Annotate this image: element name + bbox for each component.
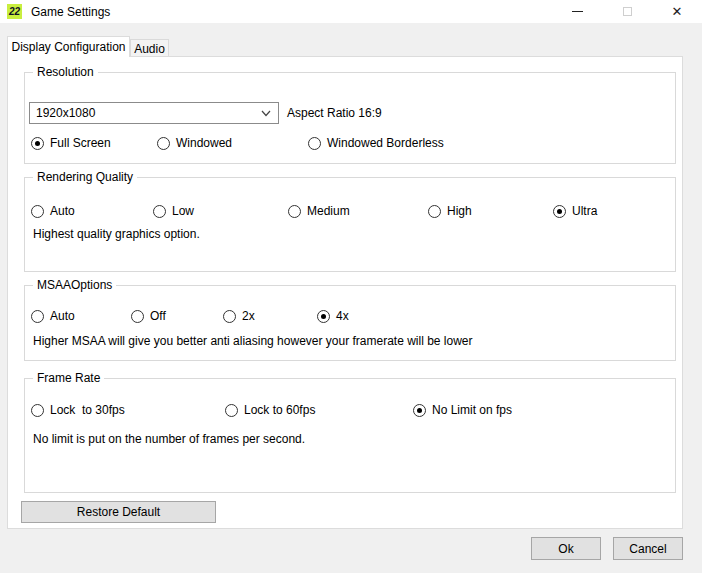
radio-windowed-borderless[interactable]: Windowed Borderless xyxy=(308,136,444,150)
radio-msaa-4x[interactable]: 4x xyxy=(317,309,349,323)
radio-icon xyxy=(131,310,144,323)
cancel-button[interactable]: Cancel xyxy=(613,537,683,560)
radio-label: Ultra xyxy=(572,204,597,218)
radio-icon xyxy=(31,205,44,218)
radio-msaa-2x[interactable]: 2x xyxy=(223,309,317,323)
resolution-dropdown[interactable]: 1920x1080 xyxy=(29,102,279,124)
close-icon: ✕ xyxy=(672,5,683,18)
radio-label: Off xyxy=(150,309,166,323)
resolution-dropdown-value: 1920x1080 xyxy=(36,106,95,120)
chevron-down-icon xyxy=(261,110,271,117)
radio-label: Auto xyxy=(50,309,75,323)
radio-icon xyxy=(553,205,566,218)
radio-msaa-off[interactable]: Off xyxy=(131,309,223,323)
radio-icon xyxy=(317,310,330,323)
rendering-quality-description: Highest quality graphics option. xyxy=(33,227,200,241)
radio-icon xyxy=(157,137,170,150)
radio-icon xyxy=(31,137,44,150)
group-title-resolution: Resolution xyxy=(33,65,98,79)
radio-no-limit-fps[interactable]: No Limit on fps xyxy=(413,403,512,417)
radio-full-screen[interactable]: Full Screen xyxy=(31,136,157,150)
radio-icon xyxy=(308,137,321,150)
radio-icon xyxy=(413,404,426,417)
game-settings-dialog: 22 Game Settings ✕ Display Configuration… xyxy=(0,0,702,573)
maximize-icon xyxy=(623,7,632,16)
maximize-button[interactable] xyxy=(602,0,652,23)
minimize-button[interactable] xyxy=(552,0,602,23)
radio-quality-high[interactable]: High xyxy=(428,204,553,218)
radio-icon xyxy=(225,404,238,417)
frame-rate-description: No limit is put on the number of frames … xyxy=(33,432,305,446)
rendering-quality-radio-row: Auto Low Medium High Ultra xyxy=(31,204,673,218)
radio-quality-auto[interactable]: Auto xyxy=(31,204,153,218)
window-title: Game Settings xyxy=(31,5,110,19)
radio-quality-low[interactable]: Low xyxy=(153,204,288,218)
radio-label: 4x xyxy=(336,309,349,323)
radio-label: No Limit on fps xyxy=(432,403,512,417)
tab-display-configuration[interactable]: Display Configuration xyxy=(7,36,130,57)
tab-audio[interactable]: Audio xyxy=(130,39,169,57)
radio-label: High xyxy=(447,204,472,218)
restore-default-button[interactable]: Restore Default xyxy=(21,501,216,523)
radio-label: Auto xyxy=(50,204,75,218)
resolution-radio-row: Full Screen Windowed Windowed Borderless xyxy=(31,136,673,150)
radio-windowed[interactable]: Windowed xyxy=(157,136,308,150)
group-frame-rate: Frame Rate Lock to 30fps Lock to 60fps N… xyxy=(24,378,676,493)
group-title-rendering-quality: Rendering Quality xyxy=(33,170,137,184)
group-title-msaa: MSAAOptions xyxy=(33,278,116,292)
close-button[interactable]: ✕ xyxy=(652,0,702,23)
tab-page-display-configuration: Resolution 1920x1080 Aspect Ratio 16:9 F… xyxy=(7,56,683,529)
group-title-frame-rate: Frame Rate xyxy=(33,371,104,385)
ok-button[interactable]: Ok xyxy=(531,537,601,560)
radio-icon xyxy=(153,205,166,218)
group-msaa-options: MSAAOptions Auto Off 2x 4x xyxy=(24,285,676,361)
radio-label: Windowed xyxy=(176,136,232,150)
radio-lock-30fps[interactable]: Lock to 30fps xyxy=(31,403,225,417)
radio-label: Full Screen xyxy=(50,136,111,150)
radio-icon xyxy=(31,310,44,323)
radio-label: Windowed Borderless xyxy=(327,136,444,150)
radio-lock-60fps[interactable]: Lock to 60fps xyxy=(225,403,413,417)
radio-label: Low xyxy=(172,204,194,218)
radio-icon xyxy=(31,404,44,417)
titlebar: 22 Game Settings ✕ xyxy=(0,0,702,23)
msaa-radio-row: Auto Off 2x 4x xyxy=(31,309,673,323)
minimize-icon xyxy=(572,11,583,12)
group-rendering-quality: Rendering Quality Auto Low Medium High xyxy=(24,177,676,272)
frame-rate-radio-row: Lock to 30fps Lock to 60fps No Limit on … xyxy=(31,403,673,417)
radio-quality-medium[interactable]: Medium xyxy=(288,204,428,218)
window-controls: ✕ xyxy=(552,0,702,23)
radio-label: Lock to 60fps xyxy=(244,403,315,417)
radio-label: Medium xyxy=(307,204,350,218)
app-icon: 22 xyxy=(7,4,22,19)
radio-icon xyxy=(428,205,441,218)
radio-quality-ultra[interactable]: Ultra xyxy=(553,204,597,218)
msaa-description: Higher MSAA will give you better anti al… xyxy=(33,334,473,348)
radio-icon xyxy=(223,310,236,323)
radio-label: 2x xyxy=(242,309,255,323)
aspect-ratio-label: Aspect Ratio 16:9 xyxy=(287,106,382,120)
radio-msaa-auto[interactable]: Auto xyxy=(31,309,131,323)
radio-icon xyxy=(288,205,301,218)
group-resolution: Resolution 1920x1080 Aspect Ratio 16:9 F… xyxy=(24,72,676,164)
radio-label: Lock to 30fps xyxy=(50,403,125,417)
